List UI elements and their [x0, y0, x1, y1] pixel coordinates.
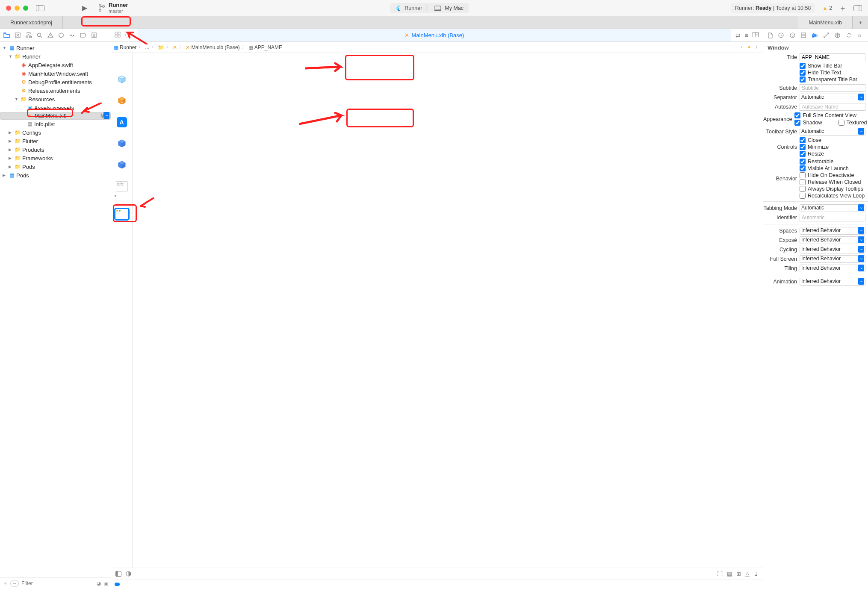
minimize-window[interactable]: [15, 6, 20, 11]
add-file-button[interactable]: ＋: [3, 580, 8, 587]
tree-item[interactable]: ▶📁Products: [0, 145, 111, 154]
tree-item[interactable]: ▶📁Flutter: [0, 137, 111, 145]
animation-select[interactable]: Inferred Behavior: [800, 278, 865, 286]
project-tree[interactable]: ▼▦Runner▼📁Runner◉AppDelegate.swift◉MainF…: [0, 42, 111, 577]
spaces-select[interactable]: Inferred Behavior: [800, 227, 865, 235]
tiling-select[interactable]: Inferred Behavior: [800, 265, 865, 272]
title-field[interactable]: [800, 53, 865, 61]
scm-filter-icon[interactable]: ▣: [103, 580, 108, 586]
find-navigator-icon[interactable]: [37, 32, 42, 38]
tree-item[interactable]: ▶📁Pods: [0, 162, 111, 171]
identifier-field[interactable]: [800, 214, 865, 221]
object-cube-icon[interactable]: [117, 138, 127, 149]
object-cube-icon-2[interactable]: [117, 160, 127, 170]
tree-item[interactable]: ◉MainFlutterWindow.swift: [0, 69, 111, 78]
swap-editor-icon[interactable]: ⇄: [735, 32, 741, 39]
release-when-closed-checkbox[interactable]: Release When Closed: [800, 179, 865, 186]
report-navigator-icon[interactable]: [92, 32, 97, 38]
align-icon[interactable]: ▤: [727, 571, 732, 577]
recalculates-view-loop-checkbox[interactable]: Recalculates View Loop: [800, 192, 865, 199]
document-outline-toggle-icon[interactable]: [115, 571, 121, 577]
application-icon[interactable]: A: [117, 117, 127, 127]
file-inspector-icon[interactable]: [768, 32, 773, 38]
source-control-navigator-icon[interactable]: [15, 32, 21, 38]
project-tab-mainmenu[interactable]: MainMenu.xib: [798, 16, 853, 29]
separator-select[interactable]: Automatic: [800, 94, 865, 101]
filter-input[interactable]: [21, 580, 94, 586]
recent-files-icon[interactable]: ◕: [97, 580, 101, 586]
tree-item[interactable]: ▼📁Resources: [0, 95, 111, 103]
full-size-content-checkbox[interactable]: Full Size Content View: [794, 112, 867, 119]
tree-item[interactable]: ◉AppDelegate.swift: [0, 61, 111, 69]
full-screen-select[interactable]: Inferred Behavior: [800, 255, 865, 263]
cycling-select[interactable]: Inferred Behavior: [800, 246, 865, 253]
project-navigator-icon[interactable]: [3, 32, 10, 38]
autosave-field[interactable]: [800, 103, 865, 111]
related-items-icon[interactable]: [115, 32, 121, 39]
appearance-toggle-icon[interactable]: [126, 571, 131, 577]
scheme-branch[interactable]: Runner master: [98, 2, 128, 13]
tag-indicator[interactable]: [115, 583, 120, 586]
embed-icon[interactable]: ⤓: [754, 571, 759, 577]
zoom-window[interactable]: [23, 6, 28, 11]
main-menu-object[interactable]: New Open… Close Save: [116, 181, 128, 191]
toggle-navigator-icon[interactable]: [35, 4, 45, 12]
shadow-checkbox[interactable]: Shadow: [794, 119, 822, 126]
toggle-inspector-icon[interactable]: [853, 5, 862, 11]
go-back-icon[interactable]: 〈: [121, 32, 127, 39]
close-checkbox[interactable]: Close: [800, 137, 865, 144]
tree-item[interactable]: ▶▦Pods: [0, 171, 111, 180]
tree-item[interactable]: ⚙DebugProfile.entitlements: [0, 78, 111, 86]
history-inspector-icon[interactable]: [778, 32, 784, 38]
symbol-navigator-icon[interactable]: [26, 32, 32, 38]
resolve-issues-icon[interactable]: △: [745, 571, 750, 577]
breakpoint-navigator-icon[interactable]: [80, 33, 86, 38]
size-inspector-icon[interactable]: [824, 32, 829, 38]
test-navigator-icon[interactable]: [59, 32, 64, 38]
textured-checkbox[interactable]: Textured: [838, 119, 867, 126]
hide-title-text-checkbox[interactable]: Hide Title Text: [800, 69, 865, 76]
expose-select[interactable]: Inferred Behavior: [800, 236, 865, 244]
library-button[interactable]: ＋: [839, 3, 847, 13]
resize-checkbox[interactable]: Resize: [800, 150, 865, 157]
tree-item[interactable]: ▶📁Configs: [0, 128, 111, 137]
tabbing-mode-select[interactable]: Automatic: [800, 204, 865, 212]
visible-at-launch-checkbox[interactable]: Visible At Launch: [800, 165, 865, 172]
subtitle-field[interactable]: [800, 84, 865, 92]
connections-inspector-icon[interactable]: [835, 32, 840, 38]
files-owner-icon[interactable]: [117, 74, 127, 85]
bindings-inspector-icon[interactable]: [846, 32, 852, 38]
editor-options-icon[interactable]: ≡: [745, 32, 748, 39]
add-editor-icon[interactable]: +: [753, 32, 759, 39]
tree-item[interactable]: ▣Assets.xcassets: [0, 103, 111, 112]
add-tab-button[interactable]: ＋: [853, 16, 868, 29]
tree-item[interactable]: ✕MainMenu.xibM: [0, 112, 111, 120]
effects-inspector-icon[interactable]: fx: [857, 33, 863, 38]
attributes-inspector-icon[interactable]: [812, 33, 818, 38]
toolbar-style-select[interactable]: Automatic: [800, 128, 865, 135]
issue-navigator-icon[interactable]: [47, 32, 53, 38]
minimize-checkbox[interactable]: Minimize: [800, 144, 865, 150]
go-forward-icon[interactable]: 〉: [128, 32, 134, 39]
hide-on-deactivate-checkbox[interactable]: Hide On Deactivate: [800, 172, 865, 179]
jump-bar[interactable]: ▦Runner〉 ...〉 📁〉 ✕〉 ✕MainMenu.xib (Base)…: [111, 42, 763, 53]
tree-item[interactable]: ▤Info.plist: [0, 120, 111, 128]
restorable-checkbox[interactable]: Restorable: [800, 158, 865, 165]
tree-item[interactable]: ▶📁Frameworks: [0, 154, 111, 162]
crumb-prev-icon[interactable]: 〈: [738, 44, 743, 51]
identity-inspector-icon[interactable]: [801, 32, 806, 38]
issues-badge[interactable]: ▲ 2: [822, 5, 832, 12]
first-responder-icon[interactable]: 1: [117, 96, 127, 106]
transparent-title-bar-checkbox[interactable]: Transparent Title Bar: [800, 76, 865, 83]
window-object[interactable]: [114, 208, 130, 221]
tree-item[interactable]: ▼📁Runner: [0, 52, 111, 61]
help-inspector-icon[interactable]: ?: [790, 32, 795, 38]
filter-scope-icon[interactable]: ☰: [10, 580, 19, 587]
show-title-bar-checkbox[interactable]: Show Title Bar: [800, 62, 865, 69]
tree-item[interactable]: ⚙Release.entitlements: [0, 86, 111, 95]
scheme-selector[interactable]: Runner 〉 My Mac: [390, 3, 469, 13]
crumb-next-icon[interactable]: 〉: [755, 44, 760, 51]
always-tooltips-checkbox[interactable]: Always Display Tooltips: [800, 186, 865, 192]
debug-navigator-icon[interactable]: [69, 33, 75, 38]
run-button[interactable]: ▶: [82, 4, 87, 12]
